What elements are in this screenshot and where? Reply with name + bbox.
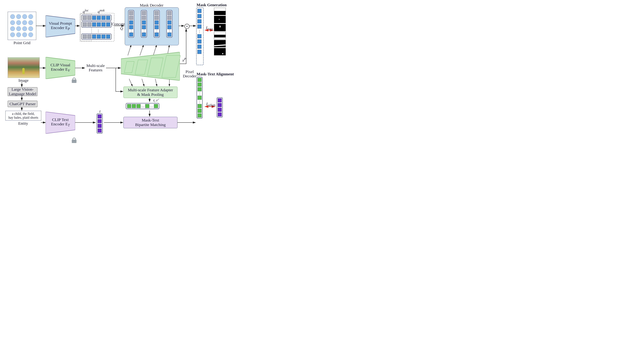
architecture-diagram: Point Grid Visual Prompt Encoder EP qloc…: [2, 2, 245, 144]
r-r-prime-label: r, r': [151, 98, 161, 102]
multiscale-features-label: Multi-scale Features: [85, 64, 106, 72]
region-embeddings: … …: [126, 103, 159, 109]
clip-visual-encoder-label: CLIP Visual Encoder EV: [46, 63, 75, 72]
xP-label: xP: [180, 57, 188, 63]
text-embeddings: [96, 114, 103, 134]
mask-decoder-title: Mask Decoder: [125, 3, 178, 8]
point-grid: [8, 12, 36, 40]
mask-output-tokens: ⋮: [197, 9, 202, 54]
decoder-col-3: ⋮: [154, 10, 160, 38]
loss-seg: Lseg: [204, 26, 214, 31]
pixel-decoder-label: Pixel Decoder: [180, 70, 199, 78]
product-icon: ×: [184, 24, 190, 29]
point-grid-caption: Point Grid: [8, 41, 36, 45]
query-row-n: [81, 34, 112, 40]
aligned-region-embeddings: ⋮ ⋮: [196, 77, 202, 119]
entity-text-box: a child, the field, hay bales, plaid sho…: [5, 111, 41, 121]
lock-icon: [72, 138, 76, 143]
chatgpt-parser: ChatGPT Parser: [8, 101, 38, 107]
mask-generation-title: Mask Generation: [196, 3, 237, 7]
mask-thumbnails: [214, 8, 226, 55]
loss-align: Lalign: [205, 102, 217, 107]
bipartite-matching: Mask-Text Bipartite Matching: [124, 117, 178, 128]
entity-caption: Entity: [5, 121, 41, 126]
decoder-col-1: ⋮: [128, 10, 134, 38]
mask-text-alignment-title: Mask-Text Alignment: [196, 72, 240, 76]
query-row-2: [81, 22, 112, 28]
query-row-1: [81, 15, 112, 21]
multiscale-adapter: Multi-scale Feature Adapter & Mask Pooli…: [124, 87, 178, 98]
lvlm-module: Large Vision- Language Model: [8, 87, 38, 96]
clip-text-encoder-label: CLIP Text Encoder ET: [46, 118, 75, 127]
t-label: t: [98, 109, 102, 114]
decoder-col-2: ⋮: [141, 10, 147, 38]
input-image: [8, 57, 40, 78]
visual-prompt-encoder-label: Visual Prompt Encoder EP: [46, 21, 75, 31]
lock-icon: [72, 78, 76, 83]
image-caption: Image: [8, 78, 39, 83]
aligned-text-embeddings: [217, 97, 223, 118]
decoder-col-4: ⋮: [166, 10, 172, 38]
